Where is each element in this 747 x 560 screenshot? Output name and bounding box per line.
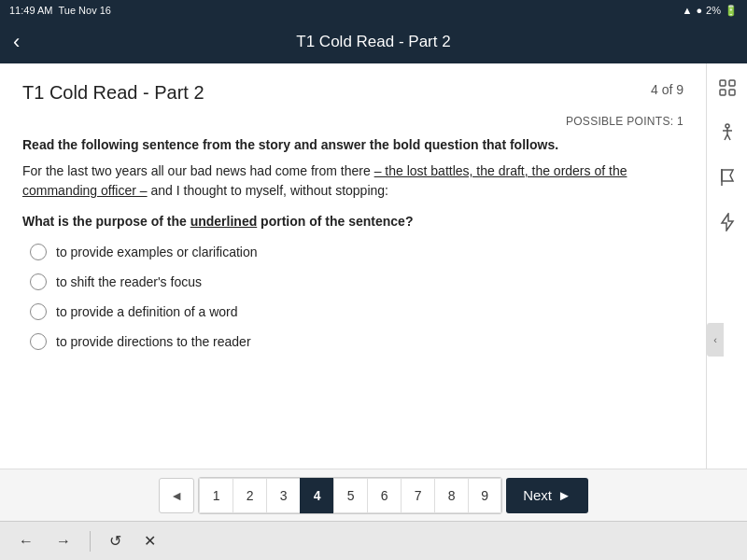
page-count: 4 of 9 — [651, 82, 684, 97]
status-bar: 11:49 AM Tue Nov 16 ▲ ● 2% 🔋 — [0, 0, 747, 21]
answer-options: to provide examples or clarification to … — [30, 244, 684, 350]
accessibility-icon[interactable] — [714, 119, 740, 146]
page-btn-9[interactable]: 9 — [468, 478, 501, 513]
radio-1[interactable] — [30, 244, 47, 260]
question-text: What is the purpose of the underlined po… — [22, 214, 684, 229]
next-label: Next — [523, 487, 552, 503]
header-title: T1 Cold Read - Part 2 — [296, 33, 450, 51]
page-btn-3[interactable]: 3 — [266, 478, 300, 513]
page-btn-6[interactable]: 6 — [367, 478, 401, 513]
option-1[interactable]: to provide examples or clarification — [30, 244, 684, 260]
option-1-label: to provide examples or clarification — [56, 245, 258, 259]
close-icon: ✕ — [144, 532, 156, 550]
instruction-text: Read the following sentence from the sto… — [22, 137, 684, 152]
option-3[interactable]: to provide a definition of a word — [30, 303, 684, 320]
svg-line-8 — [727, 134, 730, 140]
signal-icon: ● — [696, 5, 702, 16]
battery-level: 2% — [706, 5, 721, 16]
option-4-label: to provide directions to the reader — [56, 334, 251, 349]
passage-intro: For the last two years all our bad news … — [22, 163, 374, 178]
right-sidebar: ‹ — [706, 63, 747, 469]
prev-icon: ◄ — [170, 488, 183, 503]
question-end: portion of the sentence? — [257, 214, 413, 229]
page-btn-7[interactable]: 7 — [401, 478, 434, 513]
forward-arrow-icon: → — [56, 533, 71, 550]
status-time: 11:49 AM — [9, 5, 52, 16]
radio-3[interactable] — [30, 303, 47, 320]
page-title: T1 Cold Read - Part 2 — [22, 82, 204, 104]
back-arrow-icon: ← — [19, 533, 34, 550]
status-date: Tue Nov 16 — [58, 5, 110, 16]
toolbar-forward-button[interactable]: → — [52, 529, 75, 553]
app-header: ‹ T1 Cold Read - Part 2 — [0, 21, 747, 63]
bottom-toolbar: ← → ↺ ✕ — [0, 521, 747, 560]
zap-icon[interactable] — [714, 209, 740, 235]
possible-points: POSSIBLE POINTS: 1 — [22, 115, 684, 128]
radio-2[interactable] — [30, 273, 47, 290]
svg-rect-0 — [720, 80, 726, 86]
page-btn-1[interactable]: 1 — [199, 478, 233, 513]
back-button[interactable]: ‹ — [13, 30, 20, 54]
svg-rect-3 — [729, 90, 735, 95]
page-btn-2[interactable]: 2 — [233, 478, 266, 513]
question-intro: What is the purpose of the — [22, 214, 190, 229]
page-header: T1 Cold Read - Part 2 4 of 9 — [22, 82, 684, 104]
page-buttons: 1 2 3 4 5 6 7 8 9 — [198, 477, 502, 514]
question-underline-word: underlined — [190, 214, 258, 229]
option-2-label: to shift the reader's focus — [56, 274, 202, 289]
option-4[interactable]: to provide directions to the reader — [30, 333, 684, 350]
page-btn-8[interactable]: 8 — [434, 478, 468, 513]
svg-point-4 — [726, 124, 729, 128]
svg-rect-1 — [729, 80, 735, 86]
page-btn-4[interactable]: 4 — [300, 478, 333, 513]
toolbar-refresh-button[interactable]: ↺ — [106, 528, 125, 553]
page-btn-5[interactable]: 5 — [333, 478, 367, 513]
prev-page-button[interactable]: ◄ — [159, 478, 194, 513]
toolbar-divider — [90, 531, 91, 552]
toolbar-close-button[interactable]: ✕ — [140, 528, 160, 553]
option-2[interactable]: to shift the reader's focus — [30, 273, 684, 290]
content-wrapper: T1 Cold Read - Part 2 4 of 9 POSSIBLE PO… — [0, 63, 706, 469]
main-area: T1 Cold Read - Part 2 4 of 9 POSSIBLE PO… — [0, 63, 747, 469]
bottom-nav: ◄ 1 2 3 4 5 6 7 8 9 Next ► — [0, 469, 747, 521]
svg-rect-2 — [720, 90, 726, 95]
next-button[interactable]: Next ► — [506, 478, 588, 513]
radio-4[interactable] — [30, 333, 47, 350]
svg-line-7 — [725, 134, 727, 140]
wifi-icon: ▲ — [683, 5, 693, 16]
passage-end: and I thought to myself, without stoppin… — [148, 183, 388, 198]
grid-icon[interactable] — [714, 75, 740, 101]
toolbar-back-button[interactable]: ← — [15, 529, 37, 553]
refresh-icon: ↺ — [109, 532, 121, 550]
flag-icon[interactable] — [714, 164, 740, 190]
passage-text: For the last two years all our bad news … — [22, 161, 684, 201]
option-3-label: to provide a definition of a word — [56, 304, 238, 319]
next-arrow-icon: ► — [557, 487, 571, 503]
sidebar-collapse-btn[interactable]: ‹ — [707, 323, 724, 357]
battery-icon: 🔋 — [725, 5, 738, 17]
